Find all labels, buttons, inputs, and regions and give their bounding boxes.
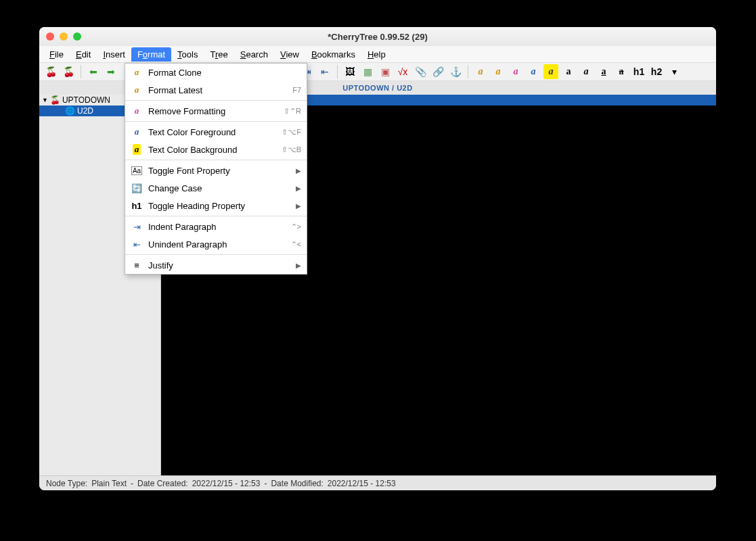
- menu-shortcut: F7: [292, 86, 301, 94]
- color-fg-icon[interactable]: a: [526, 64, 541, 79]
- indent-icon: ⇥: [131, 220, 143, 233]
- menu-item-label: Remove Formatting: [148, 106, 278, 116]
- bg-icon: a: [131, 143, 143, 156]
- menu-separator: [125, 121, 307, 122]
- menu-item-text-color-foreground[interactable]: aText Color Foreground⇧⌥F: [125, 123, 307, 141]
- menu-help[interactable]: Help: [361, 47, 392, 62]
- menu-item-remove-formatting[interactable]: aRemove Formatting⇧⌃R: [125, 102, 307, 120]
- fg-icon: a: [131, 126, 143, 138]
- menu-item-label: Justify: [148, 260, 290, 270]
- separator: [81, 65, 81, 78]
- menu-tree[interactable]: Tree: [204, 47, 234, 62]
- h2-icon[interactable]: h2: [649, 64, 664, 79]
- titlebar: *CherryTree 0.99.52 (29): [39, 27, 716, 46]
- submenu-arrow-icon: ▶: [296, 185, 301, 192]
- status-created: 2022/12/15 - 12:53: [192, 479, 261, 488]
- menu-item-label: Format Latest: [148, 85, 287, 95]
- status-modified: 2022/12/15 - 12:53: [328, 479, 396, 488]
- unindent-icon: ⇤: [131, 238, 143, 250]
- menu-bookmarks[interactable]: Bookmarks: [305, 47, 361, 62]
- font-icon: Aa: [131, 164, 143, 177]
- back-icon[interactable]: ⬅: [86, 64, 101, 79]
- menu-item-change-case[interactable]: 🔄Change Case▶: [125, 179, 307, 197]
- italic-icon[interactable]: a: [579, 64, 594, 79]
- bold-icon[interactable]: a: [561, 64, 576, 79]
- status-modified-label: Date Modified:: [271, 479, 323, 488]
- status-created-label: Date Created:: [137, 479, 188, 488]
- menu-item-label: Indent Paragraph: [148, 222, 286, 232]
- menu-shortcut: ⌃<: [291, 240, 301, 249]
- separator: [468, 65, 468, 78]
- remove-format-icon[interactable]: a: [508, 64, 523, 79]
- status-sep: -: [264, 479, 267, 488]
- status-node-type-label: Node Type:: [46, 479, 87, 488]
- more-icon[interactable]: ▾: [667, 64, 682, 79]
- menu-separator: [125, 160, 307, 160]
- menu-format[interactable]: Format: [131, 47, 171, 62]
- codebox-icon[interactable]: ▣: [378, 64, 393, 79]
- menu-shortcut: ⇧⌥F: [282, 128, 301, 137]
- menu-item-toggle-font-property[interactable]: AaToggle Font Property▶: [125, 162, 307, 179]
- menu-search[interactable]: Search: [234, 47, 274, 62]
- status-node-type: Plain Text: [91, 479, 127, 488]
- h1-icon: h1: [131, 199, 143, 212]
- menu-shortcut: ⌃>: [291, 222, 301, 231]
- submenu-arrow-icon: ▶: [296, 262, 301, 269]
- anchor-icon[interactable]: ⚓: [448, 64, 463, 79]
- underline-icon[interactable]: a: [596, 64, 611, 79]
- clone-icon: a: [131, 66, 143, 78]
- menu-item-toggle-heading-property[interactable]: h1Toggle Heading Property▶: [125, 197, 307, 214]
- remove-icon: a: [131, 105, 143, 117]
- node-add-child-icon[interactable]: 🍒: [61, 64, 76, 79]
- menu-view[interactable]: View: [274, 47, 305, 62]
- latest-icon: a: [131, 84, 143, 96]
- window-title: *CherryTree 0.99.52 (29): [39, 32, 716, 42]
- menubar: File Edit Insert Format Tools Tree Searc…: [39, 46, 716, 62]
- menu-separator: [125, 216, 307, 216]
- menu-item-justify[interactable]: ≡Justify▶: [125, 256, 307, 274]
- menu-item-format-clone[interactable]: aFormat Clone: [125, 64, 307, 81]
- menu-edit[interactable]: Edit: [70, 47, 97, 62]
- menu-item-label: Toggle Heading Property: [148, 201, 290, 211]
- menu-item-label: Text Color Foreground: [148, 127, 276, 137]
- unindent-icon[interactable]: ⇤: [317, 64, 332, 79]
- menu-item-text-color-background[interactable]: aText Color Background⇧⌥B: [125, 141, 307, 158]
- menu-separator: [125, 100, 307, 101]
- globe-icon: 🌐: [65, 106, 75, 116]
- menu-insert[interactable]: Insert: [97, 47, 131, 62]
- separator: [337, 65, 338, 78]
- menu-item-indent-paragraph[interactable]: ⇥Indent Paragraph⌃>: [125, 218, 307, 235]
- menu-item-label: Unindent Paragraph: [148, 239, 286, 250]
- menu-item-label: Text Color Background: [148, 145, 276, 155]
- menu-separator: [125, 254, 307, 255]
- table-icon[interactable]: ▦: [360, 64, 375, 79]
- status-sep: -: [131, 479, 133, 488]
- h1-icon[interactable]: h1: [631, 64, 646, 79]
- menu-tools[interactable]: Tools: [171, 47, 204, 62]
- chevron-down-icon[interactable]: ▼: [42, 97, 48, 103]
- statusbar: Node Type: Plain Text - Date Created: 20…: [39, 475, 716, 490]
- menu-item-format-latest[interactable]: aFormat LatestF7: [125, 81, 307, 99]
- tree-child-label: U2D: [77, 106, 93, 116]
- submenu-arrow-icon: ▶: [296, 202, 301, 210]
- cherry-icon: 🍒: [50, 95, 60, 105]
- equation-icon[interactable]: √x: [395, 64, 410, 79]
- image-icon[interactable]: 🖼: [342, 64, 357, 79]
- link-icon[interactable]: 🔗: [430, 64, 445, 79]
- menu-shortcut: ⇧⌥B: [282, 145, 301, 154]
- forward-icon[interactable]: ➡: [104, 64, 118, 79]
- menu-shortcut: ⇧⌃R: [284, 107, 301, 116]
- menu-item-label: Change Case: [148, 183, 290, 193]
- color-bg-icon[interactable]: a: [543, 64, 558, 79]
- strike-icon[interactable]: a: [614, 64, 629, 79]
- menu-item-label: Format Clone: [148, 68, 301, 78]
- format-latest-icon[interactable]: a: [491, 64, 506, 79]
- format-clone-icon[interactable]: a: [473, 64, 488, 79]
- justify-icon: ≡: [131, 259, 143, 271]
- menu-file[interactable]: File: [43, 47, 70, 62]
- node-add-icon[interactable]: 🍒: [43, 64, 58, 79]
- attach-icon[interactable]: 📎: [413, 64, 428, 79]
- case-icon: 🔄: [131, 182, 143, 194]
- menu-item-unindent-paragraph[interactable]: ⇤Unindent Paragraph⌃<: [125, 235, 307, 253]
- menu-item-label: Toggle Font Property: [148, 166, 290, 176]
